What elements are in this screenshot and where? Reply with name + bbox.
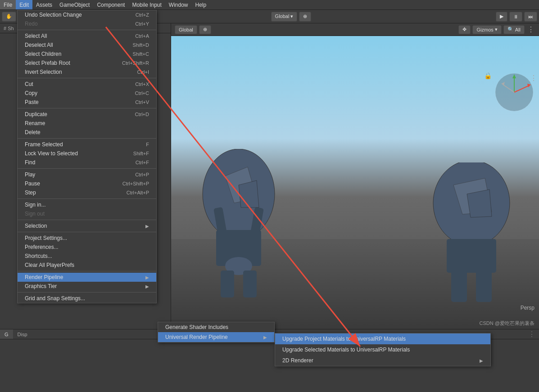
svg-rect-4 <box>243 270 257 297</box>
menu-lockview[interactable]: Lock View to Selected Shift+F <box>18 149 156 158</box>
menu-preferences[interactable]: Preferences... <box>18 243 156 252</box>
menu-undo[interactable]: Undo Selection Change Ctrl+Z <box>18 10 156 19</box>
menu-invertselection[interactable]: Invert Selection Ctrl+I <box>18 68 156 77</box>
submenu-generateshader[interactable]: Generate Shader Includes <box>158 322 274 332</box>
menu-gameobject[interactable]: GameObject <box>56 0 93 9</box>
menu-play-label: Play <box>25 171 35 178</box>
menu-delete-label: Delete <box>25 129 41 135</box>
menu-gridsnap[interactable]: Grid and Snap Settings... <box>18 294 156 303</box>
sep-6 <box>18 198 156 199</box>
edit-dropdown-menu: Undo Selection Change Ctrl+Z Redo Ctrl+Y… <box>17 10 157 303</box>
menu-selection-label: Selection <box>25 223 47 229</box>
menu-invertselection-label: Invert Selection <box>25 69 62 75</box>
menu-selectprefabroot-label: Select Prefab Root <box>25 60 70 66</box>
submenu-generateshader-label: Generate Shader Includes <box>165 324 228 330</box>
menu-bar: File Edit Assets GameObject Component Mo… <box>0 0 539 10</box>
scene-view: 🔒 ⋮ Persp <box>171 36 539 329</box>
lock-icon: 🔒 <box>484 72 492 79</box>
svg-rect-11 <box>451 270 467 302</box>
bottom-tab-g[interactable]: G <box>0 329 13 339</box>
menu-paste[interactable]: Paste Ctrl+V <box>18 98 156 107</box>
menu-selectprefabroot[interactable]: Select Prefab Root Ctrl+Shift+R <box>18 59 156 68</box>
menu-undo-label: Undo Selection Change <box>25 12 82 18</box>
menu-deselectall-label: Deselect All <box>25 42 53 48</box>
menu-selection[interactable]: Selection ▶ <box>18 221 156 230</box>
pivot-icon[interactable]: ⊕ <box>299 12 311 22</box>
submenu-2drenderer-label: 2D Renderer <box>282 357 313 364</box>
menu-shortcuts[interactable]: Shortcuts... <box>18 252 156 261</box>
menu-mobileinput[interactable]: Mobile Input <box>128 0 165 9</box>
menu-delete[interactable]: Delete <box>18 128 156 137</box>
menu-redo-label: Redo <box>25 21 38 27</box>
menu-clearplayerprefs[interactable]: Clear All PlayerPrefs <box>18 261 156 270</box>
menu-find-label: Find <box>25 159 35 166</box>
menu-find[interactable]: Find Ctrl+F <box>18 158 156 167</box>
menu-frameselected[interactable]: Frame Selected F <box>18 140 156 149</box>
menu-projectsettings-label: Project Settings... <box>25 235 67 241</box>
bottom-dots-icon[interactable]: ⋮ <box>525 330 539 338</box>
scene-options-icon[interactable]: ⋮ <box>528 72 539 84</box>
step-btn[interactable]: ⏭ <box>524 12 537 22</box>
menu-help[interactable]: Help <box>192 0 210 9</box>
menu-selectchildren[interactable]: Select Children Shift+C <box>18 50 156 59</box>
menu-shortcuts-label: Shortcuts... <box>25 253 52 259</box>
persp-label: Persp <box>521 305 534 311</box>
universal-rp-submenu: Upgrade Project Materials to UniversalRP… <box>275 333 491 366</box>
global-btn[interactable]: Global ▾ <box>271 12 298 22</box>
sep-5 <box>18 168 156 169</box>
watermark: CSDN @爱吃芒果的薯条 <box>480 320 534 327</box>
scene-global-btn[interactable]: Global <box>175 25 197 34</box>
menu-cut-label: Cut <box>25 81 33 87</box>
search-icon: 🔍 <box>507 27 514 32</box>
menu-play[interactable]: Play Ctrl+P <box>18 170 156 179</box>
submenu-upgradeproject[interactable]: Upgrade Project Materials to UniversalRP… <box>275 333 490 344</box>
menu-signin[interactable]: Sign in... <box>18 200 156 209</box>
svg-marker-14 <box>467 189 492 217</box>
menu-rename[interactable]: Rename <box>18 119 156 128</box>
submenu-2drenderer[interactable]: 2D Renderer ▶ <box>275 355 490 366</box>
submenu-universalrp-label: Universal Render Pipeline <box>165 334 228 340</box>
menu-graphicstier[interactable]: Graphics Tier ▶ <box>18 282 156 291</box>
pause-btn[interactable]: ⏸ <box>509 12 522 22</box>
menu-selectall-label: Select All <box>25 33 47 39</box>
submenu-upgradeselected[interactable]: Upgrade Selected Materials to UniversalR… <box>275 344 490 355</box>
menu-copy[interactable]: Copy Ctrl+C <box>18 89 156 98</box>
menu-paste-label: Paste <box>25 99 39 105</box>
scene-tool-btn[interactable]: ✥ <box>458 25 471 34</box>
menu-file[interactable]: File <box>0 0 16 9</box>
play-btn[interactable]: ▶ <box>496 12 507 22</box>
menu-assets[interactable]: Assets <box>32 0 56 9</box>
render-pipeline-submenu: Generate Shader Includes Universal Rende… <box>158 322 275 342</box>
renderpipeline-arrow-icon: ▶ <box>145 275 149 280</box>
menu-duplicate-label: Duplicate <box>25 111 47 117</box>
menu-rename-label: Rename <box>25 120 45 126</box>
menu-component[interactable]: Component <box>93 0 128 9</box>
menu-signout: Sign out <box>18 209 156 218</box>
svg-rect-12 <box>476 270 492 302</box>
menu-renderpipeline[interactable]: Render Pipeline ▶ <box>18 273 156 282</box>
scene-pivot-btn[interactable]: ⊕ <box>199 25 211 34</box>
menu-cut[interactable]: Cut Ctrl+X <box>18 80 156 89</box>
menu-step[interactable]: Step Ctrl+Alt+P <box>18 188 156 197</box>
menu-redo: Redo Ctrl+Y <box>18 19 156 28</box>
menu-edit[interactable]: Edit <box>16 0 32 9</box>
menu-renderpipeline-label: Render Pipeline <box>25 274 63 280</box>
menu-deselectall[interactable]: Deselect All Shift+D <box>18 41 156 50</box>
bottom-tab-disp[interactable]: Disp <box>13 329 32 339</box>
sep-4 <box>18 138 156 139</box>
menu-window[interactable]: Window <box>165 0 192 9</box>
menu-undo-shortcut: Ctrl+Z <box>136 12 149 18</box>
gizmos-btn[interactable]: Gizmos ▾ <box>472 25 501 34</box>
hand-tool-btn[interactable]: ✋ <box>2 12 16 22</box>
menu-gridsnap-label: Grid and Snap Settings... <box>25 295 85 302</box>
all-btn[interactable]: 🔍 All <box>503 25 525 34</box>
menu-selectall[interactable]: Select All Ctrl+A <box>18 32 156 41</box>
menu-duplicate[interactable]: Duplicate Ctrl+D <box>18 110 156 119</box>
menu-projectsettings[interactable]: Project Settings... <box>18 234 156 243</box>
scene-dots-btn[interactable]: ⋮ <box>526 25 535 34</box>
menu-pause[interactable]: Pause Ctrl+Shift+P <box>18 179 156 188</box>
graphicstier-arrow-icon: ▶ <box>145 284 149 289</box>
scene-toolbar: Global ⊕ ✥ Gizmos ▾ 🔍 All ⋮ <box>171 23 539 36</box>
selection-arrow-icon: ▶ <box>145 224 149 229</box>
submenu-universalrp[interactable]: Universal Render Pipeline ▶ <box>158 332 274 342</box>
